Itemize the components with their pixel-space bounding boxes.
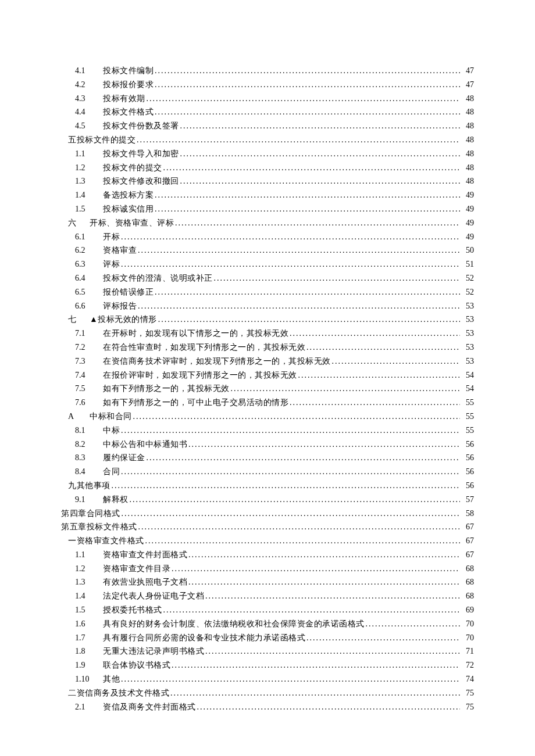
toc-label: 资格审查文件目录 [103, 562, 170, 576]
toc-entry: 4.4投标文件格式48 [61, 105, 474, 119]
toc-page-number: 53 [461, 327, 474, 341]
toc-page-number: 53 [461, 299, 474, 313]
toc-label: 履约保证金 [103, 451, 145, 465]
toc-leader-dots [290, 327, 460, 341]
toc-page-number: 72 [461, 658, 474, 672]
toc-leader-dots [155, 188, 460, 202]
toc-page-number: 56 [461, 465, 474, 479]
toc-leader-dots [121, 424, 460, 438]
toc-number: 4.5 [75, 119, 103, 133]
toc-number: 六 [68, 216, 85, 230]
toc-label: 其他 [103, 672, 120, 686]
toc-number: 1.1 [75, 548, 103, 562]
toc-entry: 1.5授权委托书格式69 [61, 603, 474, 617]
toc-leader-dots [188, 438, 460, 452]
toc-page-number: 48 [461, 147, 474, 161]
toc-leader-dots [214, 271, 461, 285]
toc-leader-dots [180, 174, 461, 188]
toc-leader-dots [205, 589, 460, 603]
toc-entry: 4.5投标文件份数及签署48 [61, 119, 474, 133]
toc-entry: 9.1解释权57 [61, 493, 474, 507]
toc-entry: 1.3投标文件修改和撤回48 [61, 174, 474, 188]
toc-number: 6.2 [75, 243, 103, 257]
toc-label: 投标报价要求 [103, 78, 154, 92]
toc-number: 6.3 [75, 257, 103, 271]
toc-leader-dots [133, 410, 461, 424]
toc-label: 开标 [103, 230, 120, 244]
toc-page-number: 49 [461, 202, 474, 216]
toc-page-number: 53 [461, 354, 474, 368]
toc-label: 投标文件的提交 [103, 161, 162, 175]
toc-entry: 六 开标、资格审查、评标49 [61, 216, 474, 230]
toc-page-number: 49 [461, 188, 474, 202]
toc-label: 法定代表人身份证电子文档 [103, 589, 204, 603]
toc-page-number: 69 [461, 603, 474, 617]
toc-leader-dots [138, 243, 460, 257]
toc-label: 二资信商务及技术文件格式 [68, 686, 169, 700]
toc-page-number: 48 [461, 105, 474, 119]
toc-number: 7.1 [75, 327, 103, 341]
toc-entry: 1.2资格审查文件目录68 [61, 562, 474, 576]
toc-leader-dots [147, 92, 461, 106]
toc-leader-dots [137, 133, 460, 147]
toc-entry: 6.6评标报告53 [61, 299, 474, 313]
toc-entry: 1.10其他74 [61, 672, 474, 686]
toc-label: 一资格审查文件格式 [68, 534, 144, 548]
toc-page-number: 75 [461, 686, 474, 700]
toc-number: 1.5 [75, 603, 103, 617]
toc-page-number: 68 [461, 589, 474, 603]
toc-number: 8.4 [75, 465, 103, 479]
toc-label: 在开标时，如发现有以下情形之一的，其投标无效 [103, 327, 288, 341]
toc-label: 投标诚实信用 [103, 202, 154, 216]
table-of-contents: 4.1投标文件编制474.2投标报价要求474.3投标有效期484.4投标文件格… [61, 64, 474, 714]
toc-number: 1.4 [75, 589, 103, 603]
toc-leader-dots [332, 354, 461, 368]
toc-leader-dots [155, 105, 460, 119]
toc-label: 中标 [103, 424, 120, 438]
toc-leader-dots [306, 631, 460, 645]
toc-page-number: 48 [461, 133, 474, 147]
toc-leader-dots [172, 658, 460, 672]
toc-number: 6.4 [75, 271, 103, 285]
toc-entry: 7.5如有下列情形之一的，其投标无效54 [61, 382, 474, 396]
toc-page-number: 48 [461, 174, 474, 188]
toc-leader-dots [138, 299, 460, 313]
toc-label: 开标、资格审查、评标 [90, 216, 174, 230]
toc-entry: 6.1开标49 [61, 230, 474, 244]
toc-page-number: 52 [461, 271, 474, 285]
toc-leader-dots [172, 562, 460, 576]
toc-leader-dots [298, 368, 461, 382]
toc-page-number: 68 [461, 575, 474, 589]
toc-entry: 8.4合同56 [61, 465, 474, 479]
toc-number: 7.4 [75, 368, 103, 382]
toc-number: 1.6 [75, 617, 103, 631]
toc-leader-dots [121, 257, 460, 271]
toc-label: 中标和合同 [90, 410, 132, 424]
toc-entry: 1.1资格审查文件封面格式67 [61, 548, 474, 562]
toc-number: 七 [68, 313, 85, 327]
toc-number: 9.1 [75, 493, 103, 507]
toc-label: 评标报告 [103, 299, 137, 313]
toc-page-number: 51 [461, 257, 474, 271]
toc-number: 7.3 [75, 354, 103, 368]
toc-entry: 7.1在开标时，如发现有以下情形之一的，其投标无效53 [61, 327, 474, 341]
toc-page-number: 56 [461, 438, 474, 452]
toc-label: 资格审查文件封面格式 [103, 548, 187, 562]
toc-page-number: 53 [461, 341, 474, 354]
toc-leader-dots [121, 465, 460, 479]
toc-number: 2.1 [75, 700, 103, 714]
toc-number: 6.6 [75, 299, 103, 313]
toc-number: 4.4 [75, 105, 103, 119]
toc-label: 投标有效期 [103, 92, 145, 106]
toc-leader-dots [112, 479, 461, 493]
toc-page-number: 49 [461, 230, 474, 244]
toc-page-number: 50 [461, 243, 474, 257]
toc-label: 中标公告和中标通知书 [103, 438, 187, 452]
toc-leader-dots [121, 230, 460, 244]
toc-label: 九其他事项 [68, 479, 110, 493]
toc-label: 报价错误修正 [103, 285, 154, 299]
toc-leader-dots [155, 202, 460, 216]
toc-label: 合同 [103, 465, 120, 479]
toc-page-number: 48 [461, 161, 474, 175]
toc-leader-dots [158, 313, 460, 327]
